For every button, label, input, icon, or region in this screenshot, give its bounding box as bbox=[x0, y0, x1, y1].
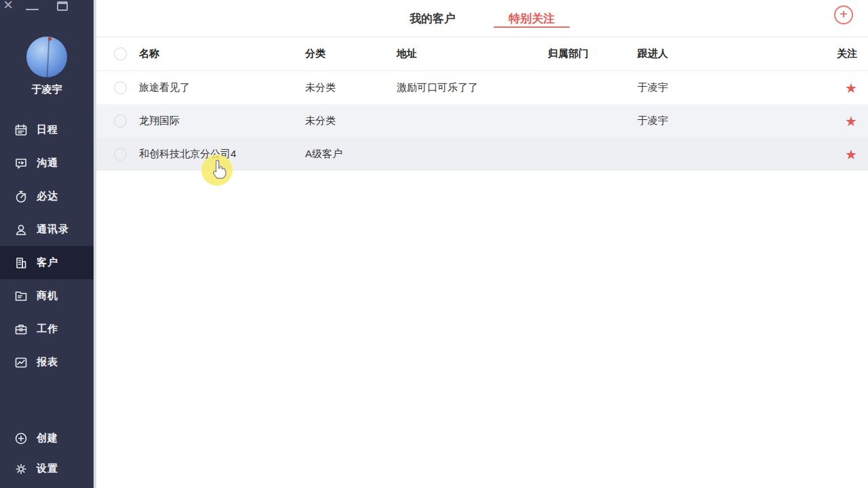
table-row[interactable]: 龙翔国际 未分类 于凌宇 ★ bbox=[96, 104, 868, 138]
column-header-category: 分类 bbox=[305, 47, 397, 60]
row-select-cell bbox=[96, 81, 139, 94]
table-row[interactable]: 旅途看见了 未分类 激励可口可乐了了 于凌宇 ★ bbox=[96, 71, 868, 104]
plus-circle-icon bbox=[14, 432, 28, 445]
row-select-cell bbox=[96, 148, 139, 161]
sidebar-item-label: 创建 bbox=[37, 432, 58, 445]
customer-follower: 于凌宇 bbox=[637, 115, 821, 127]
sidebar-item-contacts[interactable]: 通讯录 bbox=[0, 213, 94, 246]
sidebar-item-schedule[interactable]: 日程 bbox=[0, 113, 94, 146]
column-header-department: 归属部门 bbox=[548, 47, 637, 60]
customer-address: 激励可口可乐了了 bbox=[397, 81, 548, 94]
sidebar-item-label: 设置 bbox=[37, 462, 58, 475]
main-content: 我的客户 特别关注 + 名称 分类 地址 归属部门 跟进人 关注 旅途看见了 未… bbox=[96, 0, 868, 488]
maximize-icon[interactable] bbox=[57, 1, 68, 11]
sidebar-item-label: 商机 bbox=[37, 289, 58, 302]
table-header: 名称 分类 地址 归属部门 跟进人 关注 bbox=[96, 37, 868, 71]
customer-follower: 于凌宇 bbox=[637, 81, 821, 94]
app-window: × 于凌宇 日程 沟通 bbox=[0, 0, 868, 488]
row-checkbox[interactable] bbox=[114, 81, 127, 94]
star-icon[interactable]: ★ bbox=[845, 114, 857, 129]
column-header-star: 关注 bbox=[821, 47, 868, 60]
calendar-icon bbox=[14, 123, 28, 137]
row-checkbox[interactable] bbox=[114, 148, 127, 161]
minimize-icon[interactable] bbox=[26, 1, 39, 10]
customer-name[interactable]: 和创科技北京分公司4 bbox=[139, 148, 305, 161]
window-controls: × bbox=[0, 0, 94, 20]
sidebar: × 于凌宇 日程 沟通 bbox=[0, 0, 94, 488]
stopwatch-icon bbox=[14, 190, 28, 203]
select-all-checkbox[interactable] bbox=[114, 47, 127, 60]
column-header-address: 地址 bbox=[397, 47, 548, 60]
column-header-follower: 跟进人 bbox=[637, 47, 821, 60]
sidebar-item-label: 报表 bbox=[37, 356, 58, 369]
add-customer-button[interactable]: + bbox=[834, 5, 853, 24]
table-row[interactable]: 和创科技北京分公司4 A级客户 ★ bbox=[96, 138, 868, 171]
sidebar-item-communication[interactable]: 沟通 bbox=[0, 146, 94, 180]
avatar[interactable] bbox=[26, 37, 67, 77]
sidebar-item-label: 工作 bbox=[37, 323, 58, 336]
building-icon bbox=[14, 256, 28, 270]
sidebar-item-label: 客户 bbox=[37, 256, 58, 269]
sidebar-item-customers[interactable]: 客户 bbox=[0, 246, 94, 279]
sidebar-item-label: 必达 bbox=[37, 190, 58, 203]
sidebar-item-bida[interactable]: 必达 bbox=[0, 180, 94, 213]
sidebar-item-create[interactable]: 创建 bbox=[0, 423, 94, 453]
briefcase-icon bbox=[14, 323, 28, 336]
sidebar-item-label: 沟通 bbox=[37, 157, 58, 169]
row-checkbox[interactable] bbox=[114, 115, 127, 127]
tab-my-customers[interactable]: 我的客户 bbox=[403, 0, 462, 37]
chat-icon bbox=[14, 157, 28, 170]
customer-category: 未分类 bbox=[305, 115, 397, 127]
sidebar-item-label: 日程 bbox=[37, 123, 58, 136]
folder-icon bbox=[14, 289, 28, 303]
star-cell: ★ bbox=[821, 81, 868, 95]
sidebar-item-work[interactable]: 工作 bbox=[0, 312, 94, 346]
customer-name[interactable]: 龙翔国际 bbox=[139, 115, 305, 127]
customer-category: A级客户 bbox=[305, 148, 397, 161]
customer-category: 未分类 bbox=[305, 81, 397, 94]
sidebar-item-opportunities[interactable]: 商机 bbox=[0, 279, 94, 312]
star-cell: ★ bbox=[821, 148, 868, 161]
close-icon[interactable]: × bbox=[3, 0, 13, 14]
contacts-icon bbox=[14, 223, 28, 237]
star-icon[interactable]: ★ bbox=[845, 147, 857, 162]
sidebar-nav: 日程 沟通 必达 通讯录 bbox=[0, 113, 94, 379]
column-header-name: 名称 bbox=[139, 47, 305, 60]
sidebar-footer: 创建 设置 bbox=[0, 423, 94, 488]
user-name: 于凌宇 bbox=[32, 83, 62, 96]
row-select-cell bbox=[96, 115, 139, 127]
tab-special-focus[interactable]: 特别关注 bbox=[502, 0, 561, 37]
customer-name[interactable]: 旅途看见了 bbox=[139, 81, 305, 94]
chart-icon bbox=[14, 356, 28, 369]
gear-icon bbox=[14, 462, 28, 476]
star-cell: ★ bbox=[821, 115, 868, 128]
star-icon[interactable]: ★ bbox=[845, 81, 857, 96]
sidebar-item-reports[interactable]: 报表 bbox=[0, 346, 94, 379]
user-profile: 于凌宇 bbox=[0, 37, 94, 96]
sidebar-item-label: 通讯录 bbox=[37, 223, 69, 236]
header-select-cell bbox=[96, 47, 139, 60]
topbar: 我的客户 特别关注 + bbox=[96, 0, 868, 37]
sidebar-item-settings[interactable]: 设置 bbox=[0, 453, 94, 484]
